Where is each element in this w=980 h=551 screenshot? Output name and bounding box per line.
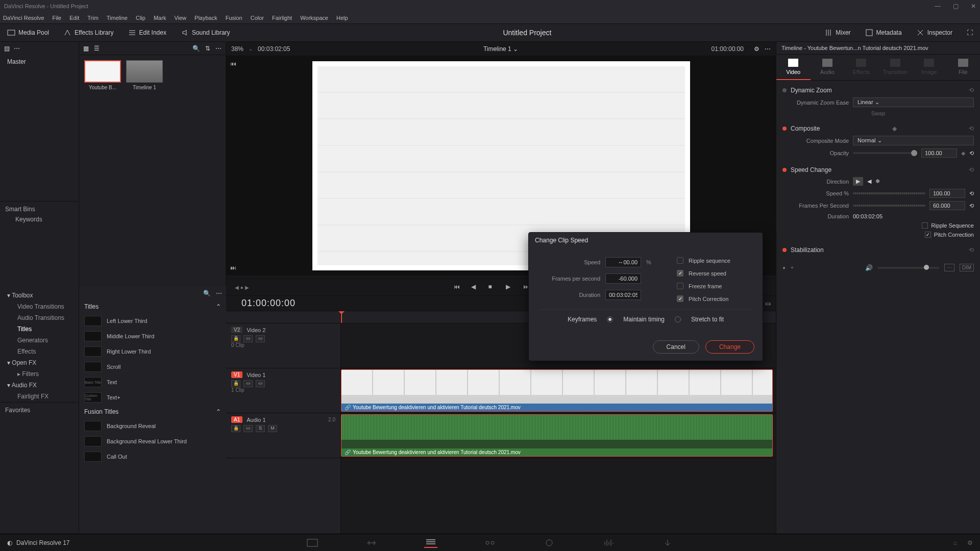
- collapse-icon[interactable]: ⌃: [216, 303, 221, 310]
- window-minimize[interactable]: —: [935, 3, 941, 10]
- menu-edit[interactable]: Edit: [69, 15, 79, 21]
- menu-file[interactable]: File: [53, 15, 62, 21]
- direction-freeze-icon[interactable]: ❄: [875, 178, 880, 185]
- prev-clip-icon[interactable]: ⏮: [230, 60, 236, 67]
- keyframe-icon[interactable]: ◆: [892, 125, 897, 132]
- sort-icon[interactable]: ⇅: [205, 45, 210, 52]
- menu-fairlight[interactable]: Fairlight: [272, 15, 292, 21]
- effects-more-icon[interactable]: ⋯: [216, 290, 222, 297]
- keyframe-icon[interactable]: ◆: [961, 150, 965, 157]
- edit-index-button[interactable]: Edit Index: [121, 24, 174, 41]
- dlg-speed-input[interactable]: [605, 257, 641, 267]
- inspector-tab-file[interactable]: File: [946, 55, 981, 80]
- opacity-slider[interactable]: [853, 152, 917, 154]
- reset-icon[interactable]: ⟲: [969, 190, 974, 197]
- fusion-title-item[interactable]: Background Reveal: [79, 418, 226, 434]
- first-frame-button[interactable]: ⏮: [454, 283, 462, 291]
- title-item[interactable]: Right Lower Third: [79, 344, 226, 359]
- reset-icon[interactable]: ⟲: [969, 166, 974, 173]
- track-solo-icon[interactable]: S: [256, 425, 265, 432]
- title-item[interactable]: Scroll: [79, 359, 226, 374]
- track-mute-icon[interactable]: M: [268, 425, 277, 432]
- bin-menu-icon[interactable]: ⋯: [14, 45, 20, 52]
- dynamic-zoom-header[interactable]: Dynamic Zoom: [791, 87, 832, 94]
- track-v1-lane[interactable]: 🔗Youtube Bewertung deaktivieren und akti…: [341, 368, 776, 413]
- title-item[interactable]: Basic TitleText: [79, 374, 226, 390]
- dlg-maintain-radio[interactable]: [607, 316, 613, 322]
- clip-thumb[interactable]: Youtube B...: [84, 60, 121, 147]
- menu-clip[interactable]: Clip: [136, 15, 145, 21]
- fusion-title-item[interactable]: Background Reveal Lower Third: [79, 434, 226, 449]
- zoom-dropdown-icon[interactable]: ⌄: [249, 46, 253, 52]
- titles-node[interactable]: Titles: [0, 323, 79, 335]
- toolbox-node[interactable]: ▾ Toolbox: [0, 290, 79, 301]
- menu-workspace[interactable]: Workspace: [300, 15, 328, 21]
- dlg-ripple-checkbox[interactable]: [677, 257, 683, 264]
- generators-node[interactable]: Generators: [0, 335, 79, 346]
- audio-transitions-node[interactable]: Audio Transitions: [0, 312, 79, 323]
- stop-button[interactable]: ■: [488, 283, 497, 291]
- page-cut[interactable]: [365, 538, 378, 548]
- next-clip-icon[interactable]: ⏭: [230, 264, 236, 271]
- page-fusion[interactable]: [483, 538, 497, 548]
- track-lock-icon[interactable]: 🔒: [231, 425, 240, 432]
- reset-icon[interactable]: ⟲: [969, 246, 974, 254]
- title-item[interactable]: Custom TitleText+: [79, 390, 226, 405]
- fps-value[interactable]: 60.000: [929, 201, 965, 210]
- volume-icon[interactable]: 🔊: [865, 264, 873, 271]
- dlg-duration-input[interactable]: [605, 290, 641, 300]
- video-transitions-node[interactable]: Video Transitions: [0, 301, 79, 312]
- speed-slider[interactable]: [853, 192, 925, 194]
- menu-help[interactable]: Help: [336, 15, 348, 21]
- pitch-corr-checkbox[interactable]: [925, 232, 931, 238]
- page-media[interactable]: [306, 538, 319, 548]
- volume-slider[interactable]: [878, 267, 939, 269]
- window-maximize[interactable]: ▢: [953, 3, 959, 10]
- audiofx-node[interactable]: ▾ Audio FX: [0, 380, 79, 391]
- video-clip[interactable]: 🔗Youtube Bewertung deaktivieren und akti…: [341, 369, 773, 412]
- page-fairlight[interactable]: [602, 538, 615, 548]
- dz-ease-select[interactable]: Linear ⌄: [853, 97, 974, 107]
- home-icon[interactable]: ⌂: [953, 539, 957, 546]
- fps-slider[interactable]: [853, 205, 925, 207]
- menu-playback[interactable]: Playback: [194, 15, 217, 21]
- track-auto-icon[interactable]: ▭: [243, 380, 253, 387]
- keywords-bin[interactable]: Keywords: [5, 213, 74, 226]
- expand-button[interactable]: ⛶: [960, 29, 980, 36]
- track-enable-icon[interactable]: ▭: [256, 380, 265, 387]
- ripple-seq-checkbox[interactable]: [922, 222, 928, 229]
- menu-fusion[interactable]: Fusion: [226, 15, 242, 21]
- page-deliver[interactable]: [661, 538, 674, 548]
- timeline-name[interactable]: Timeline 1 ⌄: [295, 45, 706, 53]
- track-badge-v1[interactable]: V1: [231, 371, 242, 378]
- track-lock-icon[interactable]: 🔒: [231, 380, 240, 387]
- fairlightfx-node[interactable]: Fairlight FX: [0, 391, 79, 402]
- inspector-tab-audio[interactable]: Audio: [811, 55, 845, 80]
- menu-app[interactable]: DaVinci Resolve: [3, 15, 44, 21]
- menu-trim[interactable]: Trim: [87, 15, 99, 21]
- track-badge-a1[interactable]: A1: [231, 416, 242, 423]
- filters-node[interactable]: ▸ Filters: [0, 368, 79, 380]
- reset-icon[interactable]: ⟲: [969, 87, 974, 94]
- composite-header[interactable]: Composite: [791, 125, 820, 132]
- collapse-icon[interactable]: ⌃: [216, 408, 221, 415]
- dlg-stretch-radio[interactable]: [675, 316, 681, 322]
- effects-node[interactable]: Effects: [0, 346, 79, 357]
- speed-pct-value[interactable]: 100.00: [929, 189, 965, 198]
- title-item[interactable]: Left Lower Third: [79, 313, 226, 329]
- more-icon[interactable]: ⋯: [215, 45, 222, 52]
- reset-icon[interactable]: ⟲: [969, 150, 974, 157]
- clip-thumb[interactable]: Timeline 1: [126, 60, 163, 147]
- dlg-reverse-checkbox[interactable]: [677, 270, 683, 277]
- menu-view[interactable]: View: [174, 15, 186, 21]
- viewer-zoom[interactable]: 38%: [231, 45, 243, 53]
- page-edit[interactable]: [424, 538, 437, 548]
- track-auto-icon[interactable]: ▭: [243, 425, 253, 432]
- view-thumb-icon[interactable]: ▦: [83, 45, 89, 52]
- speed-change-header[interactable]: Speed Change: [791, 166, 831, 173]
- audio-clip[interactable]: 🔗Youtube Bewertung deaktivieren und akti…: [341, 414, 773, 457]
- reset-icon[interactable]: ⟲: [969, 125, 974, 132]
- track-a1-lane[interactable]: 🔗Youtube Bewertung deaktivieren und akti…: [341, 413, 776, 458]
- bin-view-icon[interactable]: ▤: [4, 45, 10, 52]
- view-list-icon[interactable]: ☰: [94, 45, 100, 52]
